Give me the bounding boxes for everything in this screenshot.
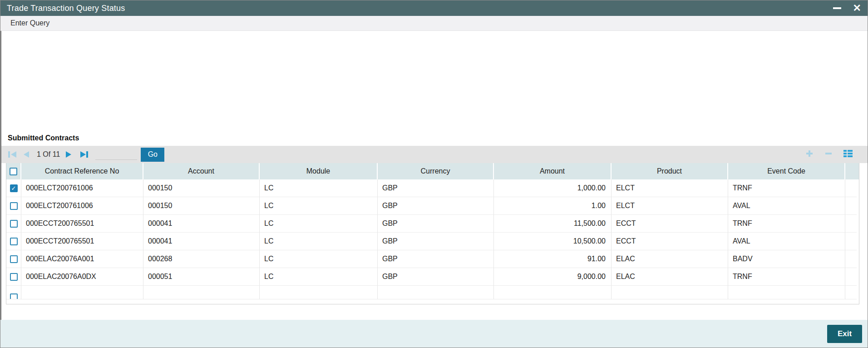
header-cell-spacer — [845, 163, 857, 179]
table-body: ✓000ELCT200761006000150LCGBP1,000.00ELCT… — [6, 179, 859, 299]
cell-currency: GBP — [378, 197, 494, 215]
table-row: ✓000ELCT200761006000150LCGBP1,000.00ELCT… — [6, 179, 859, 197]
go-button[interactable]: Go — [141, 148, 164, 162]
cell-currency: GBP — [378, 268, 494, 286]
cell-account: 000041 — [143, 215, 260, 233]
cell-spacer — [845, 233, 857, 250]
cell-spacer — [845, 179, 857, 197]
row-checkbox[interactable] — [10, 202, 18, 210]
window-title: Trade Transaction Query Status — [7, 4, 125, 13]
cell-account: 000268 — [143, 250, 260, 268]
cell-event-code: AVAL — [728, 197, 845, 215]
cell-amount: 11,500.00 — [494, 215, 612, 233]
cell-currency: GBP — [378, 250, 494, 268]
cell-module: LC — [260, 250, 378, 268]
next-page-icon[interactable] — [64, 150, 74, 159]
table-row: 000ELAC20076A0DX000051LCGBP9,000.00ELACT… — [6, 268, 859, 286]
cell-contract-reference-no: 000ECCT200765501 — [21, 215, 143, 233]
cell-spacer — [378, 286, 494, 299]
cell-contract-reference-no: 000ELAC20076A0DX — [21, 268, 143, 286]
cell-amount: 1.00 — [494, 197, 612, 215]
section-title: Submitted Contracts — [1, 133, 868, 146]
cell-amount: 1,000.00 — [494, 179, 612, 197]
header-cell[interactable]: Contract Reference No — [21, 163, 143, 179]
row-checkbox[interactable] — [10, 220, 18, 228]
cell-select: ✓ — [6, 179, 21, 197]
title-bar: Trade Transaction Query Status ✕ — [0, 0, 868, 16]
last-page-icon[interactable] — [79, 150, 89, 159]
cell-module: LC — [260, 179, 378, 197]
cell-event-code: TRNF — [728, 179, 845, 197]
cell-spacer — [845, 215, 857, 233]
cell-module: LC — [260, 233, 378, 250]
cell-product: ECCT — [612, 215, 728, 233]
cell-account: 000041 — [143, 233, 260, 250]
cell-currency: GBP — [378, 215, 494, 233]
cell-spacer — [494, 286, 612, 299]
row-checkbox[interactable] — [10, 255, 18, 263]
cell-module: LC — [260, 197, 378, 215]
cell-spacer — [728, 286, 845, 299]
cell-event-code: AVAL — [728, 233, 845, 250]
details-list-icon[interactable] — [843, 149, 853, 160]
submitted-contracts-table: Contract Reference No Account Module Cur… — [6, 163, 859, 304]
table-row-partial — [6, 286, 859, 299]
cell-contract-reference-no: 000ELAC20076A001 — [21, 250, 143, 268]
pagination-toolbar: 1 Of 11 Go — [1, 146, 868, 163]
close-icon[interactable]: ✕ — [853, 3, 861, 13]
cell-module: LC — [260, 268, 378, 286]
cell-spacer — [143, 286, 260, 299]
cell-amount: 91.00 — [494, 250, 612, 268]
cell-contract-reference-no: 000ECCT200765501 — [21, 233, 143, 250]
cell-product: ECCT — [612, 233, 728, 250]
minimize-icon[interactable] — [833, 7, 841, 9]
row-checkbox[interactable] — [10, 238, 18, 245]
cell-currency: GBP — [378, 179, 494, 197]
header-cell[interactable]: Product — [612, 163, 728, 179]
cell-spacer — [845, 250, 857, 268]
header-cell[interactable]: Account — [143, 163, 260, 179]
row-checkbox[interactable]: ✓ — [10, 184, 18, 192]
row-checkbox[interactable] — [10, 273, 18, 281]
table-row: 000ELAC20076A001000268LCGBP91.00ELACBADV — [6, 250, 859, 268]
cell-product: ELAC — [612, 268, 728, 286]
cell-event-code: TRNF — [728, 215, 845, 233]
cell-spacer — [612, 286, 728, 299]
cell-amount: 10,500.00 — [494, 233, 612, 250]
query-form-area — [0, 31, 868, 133]
page-number-input[interactable] — [95, 149, 137, 160]
footer-bar: Exit — [0, 320, 868, 348]
cell-select — [6, 286, 21, 299]
header-cell[interactable]: Currency — [378, 163, 494, 179]
cell-spacer — [260, 286, 378, 299]
table-header-row: Contract Reference No Account Module Cur… — [6, 163, 859, 179]
remove-row-icon[interactable] — [824, 149, 833, 160]
header-cell[interactable]: Amount — [494, 163, 612, 179]
cell-spacer — [845, 268, 857, 286]
header-cell[interactable]: Module — [260, 163, 378, 179]
enter-query-bar: Enter Query — [0, 16, 868, 31]
cell-product: ELCT — [612, 197, 728, 215]
select-all-checkbox[interactable] — [10, 168, 17, 175]
cell-select — [6, 250, 21, 268]
cell-amount: 9,000.00 — [494, 268, 612, 286]
cell-account: 000051 — [143, 268, 260, 286]
header-cell-select — [6, 163, 21, 179]
cell-select — [6, 197, 21, 215]
cell-currency: GBP — [378, 233, 494, 250]
page-indicator: 1 Of 11 — [37, 150, 60, 159]
previous-page-icon[interactable] — [22, 150, 32, 159]
add-row-icon[interactable] — [805, 149, 814, 160]
footer-gap — [1, 304, 868, 320]
cell-module: LC — [260, 215, 378, 233]
row-checkbox[interactable] — [10, 293, 18, 299]
cell-event-code: BADV — [728, 250, 845, 268]
exit-button[interactable]: Exit — [827, 325, 862, 343]
first-page-icon[interactable] — [8, 150, 18, 159]
table-row: 000ELCT200761006000150LCGBP1.00ELCTAVAL — [6, 197, 859, 215]
cell-account: 000150 — [143, 197, 260, 215]
cell-spacer — [845, 286, 857, 299]
cell-spacer — [21, 286, 143, 299]
header-cell[interactable]: Event Code — [728, 163, 845, 179]
table-row: 000ECCT200765501000041LCGBP11,500.00ECCT… — [6, 215, 859, 233]
